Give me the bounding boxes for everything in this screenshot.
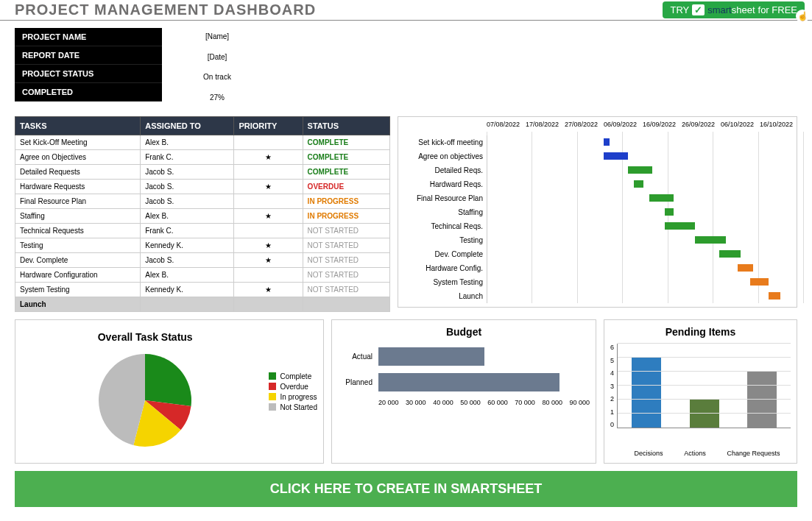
create-in-smartsheet-button[interactable]: CLICK HERE TO CREATE IN SMARTSHEET [15, 471, 797, 507]
priority: ★ [234, 253, 303, 268]
budget-axis: 20 00030 00040 00050 00060 00070 00080 0… [378, 399, 590, 406]
budget-bar [378, 347, 484, 366]
status: COMPLETE [303, 135, 389, 150]
gantt-row: Detailed Reqs. [402, 163, 793, 177]
gantt-label: System Testing [402, 278, 487, 286]
budget-row: Actual [338, 344, 590, 369]
gantt-bar [695, 236, 726, 244]
table-row: Technical RequestsFrank C.NOT STARTED [15, 224, 390, 238]
assigned-to: Jacob S. [141, 165, 234, 180]
assigned-to: Jacob S. [141, 253, 234, 268]
status: NOT STARTED [303, 268, 389, 283]
gantt-date: 06/10/2022 [721, 121, 754, 128]
gantt-bar [738, 264, 753, 272]
gantt-bar [604, 138, 610, 146]
task-name: Dev. Complete [15, 253, 141, 268]
gantt-bar [769, 292, 781, 300]
table-row: System TestingKennedy K.★NOT STARTED [15, 283, 390, 297]
task-name: Hardware Requests [15, 180, 141, 194]
pending-items-chart: Pending Items 6543210 DecisionsActionsCh… [604, 319, 797, 464]
gantt-date: 16/09/2022 [643, 121, 676, 128]
priority: ★ [234, 150, 303, 165]
info-label: COMPLETED [15, 83, 162, 102]
budget-bar [378, 373, 559, 391]
legend-label: Complete [280, 372, 311, 380]
gantt-row: Dev. Complete [402, 247, 793, 261]
status: COMPLETE [303, 150, 389, 165]
status: NOT STARTED [303, 283, 389, 297]
legend-label: Overdue [280, 383, 308, 391]
assigned-to: Alex B. [141, 135, 234, 150]
priority: ★ [234, 238, 303, 253]
brand-sheet: sheet [732, 4, 755, 15]
task-name: Set Kick-Off Meeting [15, 135, 141, 150]
gantt-date: 17/08/2022 [526, 121, 559, 128]
priority [234, 165, 303, 180]
chart-title: Overall Task Status [21, 331, 269, 343]
assigned-to: Kennedy K. [141, 283, 234, 297]
check-icon: ✓ [692, 4, 705, 15]
legend-item: Overdue [269, 383, 317, 391]
gantt-label: Agree on objectives [402, 152, 487, 160]
gantt-label: Launch [402, 292, 487, 300]
gantt-date: 06/09/2022 [604, 121, 637, 128]
info-value: On track [162, 68, 272, 89]
gantt-label: Testing [402, 236, 487, 244]
gantt-bar [628, 166, 652, 174]
task-name: Launch [15, 297, 141, 312]
gantt-row: Testing [402, 233, 793, 247]
task-name: System Testing [15, 283, 141, 297]
gantt-row: Final Resource Plan [402, 191, 793, 205]
pie-chart [86, 349, 204, 452]
gantt-label: Dev. Complete [402, 250, 487, 258]
hand-cursor-icon: ☝ [796, 10, 809, 23]
budget-label: Planned [338, 378, 378, 386]
info-label: PROJECT STATUS [15, 65, 162, 83]
col-header: TASKS [15, 117, 141, 135]
gantt-bar [719, 250, 741, 258]
info-label: PROJECT NAME [15, 28, 162, 46]
task-name: Hardware Configuration [15, 268, 141, 283]
table-row: Dev. CompleteJacob S.★NOT STARTED [15, 253, 390, 268]
page-title: PROJECT MANAGEMENT DASHBOARD [15, 1, 316, 18]
vbar-label: Change Requests [727, 450, 780, 457]
brand-smart: smart [707, 4, 732, 15]
project-info: PROJECT NAMEREPORT DATEPROJECT STATUSCOM… [0, 21, 812, 109]
pie-legend: CompleteOverdueIn progressNot Started [269, 370, 317, 414]
gantt-bar [665, 222, 696, 230]
info-value: 27% [162, 89, 272, 110]
try-label-post: for FREE [758, 4, 797, 15]
priority [234, 135, 303, 150]
task-name: Final Resource Plan [15, 194, 141, 209]
try-smartsheet-button[interactable]: TRY ✓ smartsheet for FREE ☝ [663, 1, 805, 18]
info-label: REPORT DATE [15, 46, 162, 65]
tasks-table: TASKSASSIGNED TOPRIORITYSTATUS Set Kick-… [15, 116, 390, 312]
gantt-date: 16/10/2022 [760, 121, 793, 128]
priority: ★ [234, 283, 303, 297]
vbar-bar [632, 357, 661, 428]
priority [234, 194, 303, 209]
info-value: [Date] [162, 49, 272, 69]
legend-label: Not Started [280, 403, 317, 411]
task-name: Detailed Requests [15, 165, 141, 180]
table-row: Final Resource PlanJacob S.IN PROGRESS [15, 194, 390, 209]
assigned-to: Frank C. [141, 150, 234, 165]
gantt-bar [604, 152, 628, 160]
status: NOT STARTED [303, 238, 389, 253]
chart-title: Budget [338, 326, 590, 338]
pie-slice [145, 354, 191, 406]
budget-chart: Budget ActualPlanned20 00030 00040 00050… [331, 319, 596, 464]
table-row: Hardware RequestsJacob S.★OVERDUE [15, 180, 390, 194]
legend-item: Not Started [269, 403, 317, 411]
vbar-yaxis: 6543210 [610, 344, 617, 428]
assigned-to: Jacob S. [141, 180, 234, 194]
gantt-bar [750, 278, 769, 286]
col-header: PRIORITY [234, 117, 303, 135]
assigned-to: Kennedy K. [141, 238, 234, 253]
chart-title: Pending Items [610, 326, 791, 338]
gantt-bar [634, 180, 643, 188]
legend-item: In progress [269, 393, 317, 401]
gantt-date: 26/09/2022 [682, 121, 715, 128]
legend-label: In progress [280, 393, 317, 401]
task-status-chart: Overall Task Status CompleteOverdueIn pr… [15, 319, 324, 464]
